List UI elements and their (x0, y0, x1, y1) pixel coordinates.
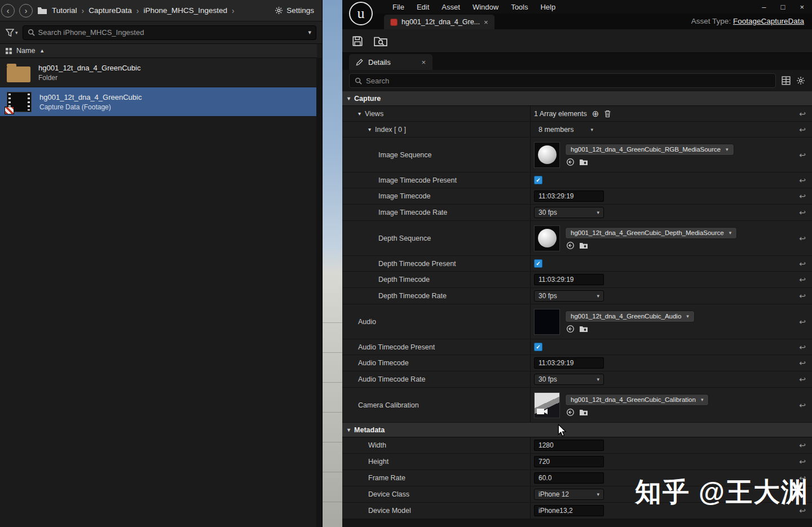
audio-timecode-present-checkbox[interactable]: ✓ (534, 343, 542, 351)
reset-to-default-icon[interactable]: ↩ (793, 176, 812, 185)
audio-thumbnail[interactable] (534, 309, 560, 335)
search-options-chevron-icon[interactable]: ▾ (308, 29, 311, 36)
selected-value: 30 fps (539, 375, 557, 383)
close-window-button[interactable]: × (800, 3, 804, 11)
display-filter-grid-icon[interactable] (782, 76, 791, 85)
image-timecode-rate-dropdown[interactable]: 30 fps ▾ (534, 207, 604, 218)
level-viewport-sliver[interactable] (323, 0, 342, 527)
reset-to-default-icon[interactable]: ↩ (793, 150, 812, 160)
add-array-element-icon[interactable]: ⊕ (592, 109, 599, 119)
content-browser-search-box[interactable]: ▾ (23, 25, 316, 40)
reset-to-default-icon[interactable]: ↩ (793, 441, 812, 450)
forward-icon[interactable]: › (19, 4, 33, 17)
menu-edit[interactable]: Edit (411, 3, 435, 11)
device-class-dropdown[interactable]: iPhone 12 ▾ (534, 489, 604, 500)
audio-asset-dropdown[interactable]: hg001_12t_dna_4_GreenCubic_Audio ▾ (565, 311, 695, 322)
menu-file[interactable]: File (386, 3, 411, 11)
close-details-tab-icon[interactable]: × (421, 58, 426, 67)
close-tab-icon[interactable]: × (484, 18, 488, 26)
camera-calibration-thumbnail[interactable] (534, 392, 560, 418)
image-sequence-thumbnail[interactable] (534, 142, 560, 168)
use-selected-asset-icon[interactable] (566, 325, 575, 333)
maximize-button[interactable]: □ (781, 3, 785, 11)
settings-label: Settings (286, 6, 314, 15)
browse-to-asset-icon[interactable] (579, 242, 588, 249)
reset-to-default-icon[interactable]: ↩ (793, 375, 812, 384)
height-field[interactable]: 720 (534, 456, 604, 467)
breadcrumb-capturedata[interactable]: CaptureData (89, 6, 132, 15)
breadcrumb-tutorial[interactable]: Tutorial (52, 6, 77, 15)
details-search-input[interactable] (366, 77, 770, 85)
members-count: 8 members (539, 126, 574, 134)
image-timecode-field[interactable]: 11:03:29:19 (534, 191, 604, 202)
asset-name: hg001_12t_dna_4_GreenCubic_RGB_MediaSour… (571, 146, 721, 153)
back-icon[interactable]: ‹ (1, 4, 15, 17)
width-field[interactable]: 1280 (534, 440, 604, 451)
depth-sequence-asset-dropdown[interactable]: hg001_12t_dna_4_GreenCubic_Depth_MediaSo… (565, 227, 737, 239)
reset-to-default-icon[interactable]: ↩ (793, 208, 812, 217)
name-column-header[interactable]: Name ▲ (0, 44, 317, 58)
minimize-button[interactable]: – (762, 3, 766, 11)
asset-tab[interactable]: hg001_12t_dna_4_Gre... × (384, 15, 495, 29)
reset-to-default-icon[interactable]: ↩ (793, 343, 812, 352)
reset-to-default-icon[interactable]: ↩ (793, 358, 812, 367)
expander-icon[interactable]: ▾ (358, 110, 361, 117)
clear-array-trash-icon[interactable] (604, 110, 611, 118)
reset-to-default-icon[interactable]: ↩ (793, 125, 812, 134)
audio-timecode-rate-dropdown[interactable]: 30 fps ▾ (534, 374, 604, 385)
content-browser-panel: ‹ › Tutorial › CaptureData › iPhone_MHCS… (0, 0, 323, 527)
reset-to-default-icon[interactable]: ↩ (793, 291, 812, 300)
reset-to-default-icon[interactable]: ↩ (793, 401, 812, 410)
reset-to-default-icon[interactable]: ↩ (793, 275, 812, 284)
device-model-label: Device Model (368, 507, 411, 515)
search-input[interactable] (38, 28, 305, 37)
reset-to-default-icon[interactable]: ↩ (793, 317, 812, 326)
list-item-folder[interactable]: hg001_12t_dna_4_GreenCubic Folder (0, 58, 317, 87)
image-timecode-present-label: Image Timecode Present (378, 176, 457, 184)
menu-asset[interactable]: Asset (435, 3, 466, 11)
category-capture[interactable]: ▾ Capture (342, 91, 812, 106)
audio-timecode-field[interactable]: 11:03:29:19 (534, 357, 604, 369)
expander-icon[interactable]: ▾ (368, 126, 371, 132)
depth-timecode-rate-dropdown[interactable]: 30 fps ▾ (534, 290, 604, 302)
device-model-field[interactable]: iPhone13,2 (534, 505, 604, 516)
use-selected-asset-icon[interactable] (566, 408, 575, 417)
save-button[interactable] (351, 35, 364, 47)
browse-to-asset-button[interactable] (374, 36, 387, 47)
reset-to-default-icon[interactable]: ↩ (793, 109, 812, 118)
filter-button[interactable]: ▾ (6, 29, 18, 37)
details-search-row (342, 70, 812, 91)
depth-sequence-label: Depth Sequence (378, 234, 431, 242)
reset-to-default-icon[interactable]: ↩ (793, 457, 812, 466)
content-browser-settings-button[interactable]: Settings (275, 6, 316, 15)
menu-window[interactable]: Window (466, 3, 505, 11)
reset-to-default-icon[interactable]: ↩ (793, 192, 812, 201)
browse-to-asset-icon[interactable] (579, 158, 588, 166)
depth-timecode-field[interactable]: 11:03:29:19 (534, 274, 604, 285)
image-sequence-asset-dropdown[interactable]: hg001_12t_dna_4_GreenCubic_RGB_MediaSour… (565, 144, 734, 156)
asset-type-link[interactable]: FootageCaptureData (733, 17, 804, 25)
breadcrumb-iphone-mhcs-ingested[interactable]: iPhone_MHCS_Ingested (143, 6, 227, 15)
reset-to-default-icon[interactable]: ↩ (793, 259, 812, 268)
use-selected-asset-icon[interactable] (566, 241, 575, 250)
details-tab[interactable]: Details × (349, 54, 433, 70)
menu-help[interactable]: Help (534, 3, 562, 11)
property-row-image-timecode: Image Timecode 11:03:29:19 ↩ (342, 188, 812, 205)
browse-to-asset-icon[interactable] (579, 325, 588, 333)
camera-calibration-asset-dropdown[interactable]: hg001_12t_dna_4_GreenCubic_Calibration ▾ (565, 394, 709, 406)
folder-tree-icon[interactable] (37, 7, 47, 15)
menu-tools[interactable]: Tools (505, 3, 534, 11)
reset-to-default-icon[interactable]: ↩ (793, 234, 812, 243)
depth-timecode-present-checkbox[interactable]: ✓ (534, 259, 542, 268)
use-selected-asset-icon[interactable] (566, 158, 575, 166)
depth-sequence-thumbnail[interactable] (534, 225, 560, 251)
category-metadata[interactable]: ▾ Metadata (342, 423, 812, 437)
list-item-capture-data-selected[interactable]: hg001_12t_dna_4_GreenCubic Capture Data … (0, 87, 317, 117)
content-browser-scrollbar[interactable] (316, 58, 322, 527)
image-timecode-present-checkbox[interactable]: ✓ (534, 176, 542, 184)
members-dropdown[interactable]: 8 members ▾ (534, 125, 598, 134)
details-search-box[interactable] (349, 73, 776, 88)
frame-rate-field[interactable]: 60.0 (534, 472, 604, 484)
browse-to-asset-icon[interactable] (579, 409, 588, 416)
details-settings-gear-icon[interactable] (796, 76, 805, 85)
